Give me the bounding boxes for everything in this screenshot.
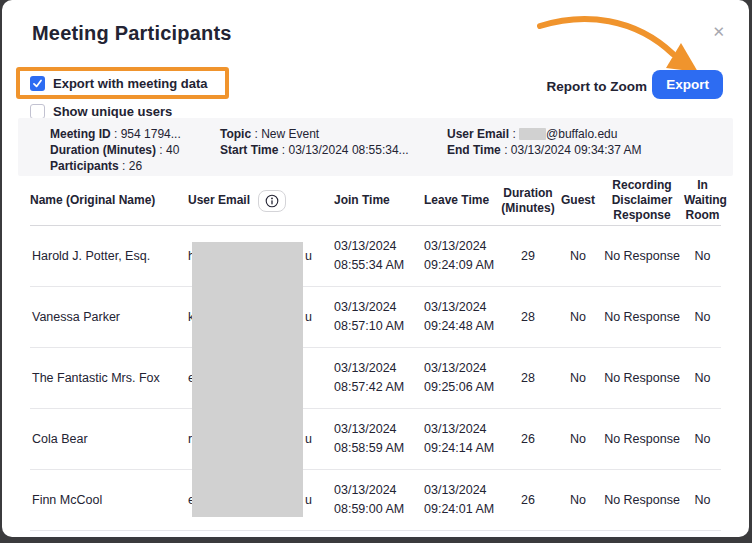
info-col-2: Topic : New Event Start Time : 03/13/202… <box>220 126 447 176</box>
leave-time: 03/13/2024 09:24:14 AM <box>410 409 500 470</box>
info-icon[interactable] <box>258 190 286 212</box>
col-header-duration: Duration (Minutes) <box>500 176 556 226</box>
participant-name: Harold J. Potter, Esq. <box>30 226 188 287</box>
leave-time: 03/13/2024 09:24:48 AM <box>410 287 500 348</box>
redaction-box <box>519 128 546 140</box>
table-header-row: Name (Original Name) User Email Join Tim… <box>30 176 721 226</box>
table-row: Cola Bear ru 03/13/2024 08:58:59 AM 03/1… <box>30 409 721 470</box>
table-row: Finn McCool eu 03/13/2024 08:59:00 AM 03… <box>30 470 721 531</box>
in-waiting-room-flag: No <box>684 226 721 287</box>
table-row: Harold J. Potter, Esq. hu 03/13/2024 08:… <box>30 226 721 287</box>
table-row: Vanessa Parker ku 03/13/2024 08:57:10 AM… <box>30 287 721 348</box>
col-header-in-waiting-room: In Waiting Room <box>684 176 721 226</box>
duration-minutes: 26 <box>500 470 556 531</box>
join-time: 03/13/2024 08:58:59 AM <box>314 409 410 470</box>
col-header-name: Name (Original Name) <box>30 176 188 226</box>
checkbox-checked-icon[interactable] <box>30 76 45 91</box>
checkbox-label: Export with meeting data <box>53 76 208 91</box>
recording-disclaimer-response: No Response <box>600 348 684 409</box>
in-waiting-room-flag: No <box>684 409 721 470</box>
show-unique-users-option[interactable]: Show unique users <box>30 104 172 119</box>
duration-minutes: 28 <box>500 287 556 348</box>
join-time: 03/13/2024 08:59:00 AM <box>314 470 410 531</box>
col-header-guest: Guest <box>556 176 600 226</box>
duration-minutes: 26 <box>500 409 556 470</box>
duration-minutes: 29 <box>500 226 556 287</box>
col-header-recording-disclaimer: Recording Disclaimer Response <box>600 176 684 226</box>
redaction-box <box>192 242 303 517</box>
meeting-participants-dialog: Meeting Participants ✕ Export with meeti… <box>2 0 749 537</box>
participants-table: Name (Original Name) User Email Join Tim… <box>30 176 721 531</box>
meeting-duration: Duration (Minutes) : 40 <box>50 142 220 158</box>
meeting-info-bar: Meeting ID : 954 1794... Duration (Minut… <box>18 118 733 176</box>
col-header-user-email: User Email <box>188 176 314 226</box>
meeting-topic: Topic : New Event <box>220 126 447 142</box>
info-col-1: Meeting ID : 954 1794... Duration (Minut… <box>50 126 220 176</box>
table-row: The Fantastic Mrs. Fox e 03/13/2024 08:5… <box>30 348 721 409</box>
checkbox-unchecked-icon[interactable] <box>30 104 45 119</box>
duration-minutes: 28 <box>500 348 556 409</box>
join-time: 03/13/2024 08:57:10 AM <box>314 287 410 348</box>
join-time: 03/13/2024 08:55:34 AM <box>314 226 410 287</box>
meeting-start-time: Start Time : 03/13/2024 08:55:34... <box>220 142 447 158</box>
export-button[interactable]: Export <box>652 70 723 99</box>
participant-name: Vanessa Parker <box>30 287 188 348</box>
recording-disclaimer-response: No Response <box>600 470 684 531</box>
col-header-join-time: Join Time <box>314 176 410 226</box>
guest-flag: No <box>556 226 600 287</box>
participant-name: Cola Bear <box>30 409 188 470</box>
leave-time: 03/13/2024 09:25:06 AM <box>410 348 500 409</box>
guest-flag: No <box>556 470 600 531</box>
info-col-3: User Email : @buffalo.edu End Time : 03/… <box>447 126 733 176</box>
page-title: Meeting Participants <box>32 22 232 45</box>
meeting-end-time: End Time : 03/13/2024 09:34:37 AM <box>447 142 733 158</box>
meeting-participants-count: Participants : 26 <box>50 158 220 174</box>
recording-disclaimer-response: No Response <box>600 226 684 287</box>
guest-flag: No <box>556 287 600 348</box>
meeting-id: Meeting ID : 954 1794... <box>50 126 220 142</box>
close-icon[interactable]: ✕ <box>712 24 725 39</box>
leave-time: 03/13/2024 09:24:01 AM <box>410 470 500 531</box>
participant-name: The Fantastic Mrs. Fox <box>30 348 188 409</box>
join-time: 03/13/2024 08:57:42 AM <box>314 348 410 409</box>
export-with-meeting-data-option[interactable]: Export with meeting data <box>30 76 208 91</box>
guest-flag: No <box>556 409 600 470</box>
participant-name: Finn McCool <box>30 470 188 531</box>
recording-disclaimer-response: No Response <box>600 409 684 470</box>
guest-flag: No <box>556 348 600 409</box>
recording-disclaimer-response: No Response <box>600 287 684 348</box>
meeting-user-email: User Email : @buffalo.edu <box>447 126 733 142</box>
in-waiting-room-flag: No <box>684 348 721 409</box>
in-waiting-room-flag: No <box>684 287 721 348</box>
report-to-zoom-link[interactable]: Report to Zoom <box>547 79 648 94</box>
in-waiting-room-flag: No <box>684 470 721 531</box>
checkbox-label: Show unique users <box>53 104 172 119</box>
leave-time: 03/13/2024 09:24:09 AM <box>410 226 500 287</box>
col-header-leave-time: Leave Time <box>410 176 500 226</box>
